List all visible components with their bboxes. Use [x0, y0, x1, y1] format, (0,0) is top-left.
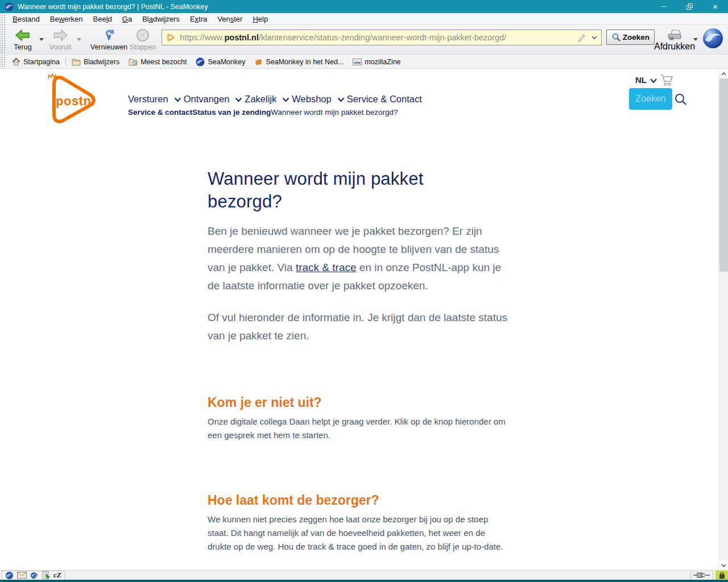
menu-bestand[interactable]: Bestand — [7, 14, 45, 24]
reload-button[interactable]: Vernieuwen — [90, 26, 127, 54]
stop-button[interactable]: Stoppen — [127, 26, 158, 54]
bookmark-startpagina[interactable]: Startpagina — [7, 56, 64, 67]
breadcrumb: Service & contactStatus van je zendingWa… — [128, 108, 398, 117]
folder-icon — [72, 58, 81, 66]
intro-paragraph: Ben je benieuwd wanneer we je pakket bez… — [208, 222, 515, 295]
lizard-icon — [254, 57, 263, 66]
reload-label: Vernieuwen — [90, 43, 127, 51]
minimize-button[interactable] — [651, 0, 677, 13]
seamonkey-app-icon — [5, 2, 14, 11]
language-selector[interactable]: NL — [635, 75, 657, 85]
stop-icon — [135, 28, 150, 43]
lock-icon — [719, 572, 725, 579]
chevron-down-icon — [282, 97, 289, 102]
back-button[interactable]: Terug — [7, 26, 38, 54]
folder-clock-icon — [129, 58, 138, 66]
toolbar-search-button[interactable]: Zoeken — [606, 30, 655, 45]
printer-icon — [666, 28, 683, 41]
mail-icon[interactable] — [17, 572, 27, 579]
restore-button[interactable] — [677, 0, 702, 13]
addressbook-icon[interactable] — [42, 571, 50, 579]
page-search-button[interactable]: Zoeken — [629, 88, 672, 110]
chevron-down-icon — [235, 97, 242, 102]
scroll-up-icon — [721, 72, 726, 76]
postnl-logo[interactable]: postnl — [47, 73, 97, 126]
vertical-scrollbar[interactable] — [718, 69, 728, 570]
site-navigation: Versturen Ontvangen Zakelijk Webshop Ser… — [128, 94, 422, 105]
bookmark-mozillazine[interactable]: zine mozillaZine — [348, 57, 405, 67]
window-titlebar: Wanneer wordt mijn pakket bezorgd? | Pos… — [0, 0, 728, 13]
bookmark-seamonkey-nl[interactable]: SeaMonkey in het Ned... — [250, 56, 348, 67]
postnl-logo-text: postnl — [56, 94, 95, 109]
page-search-icon[interactable] — [674, 93, 688, 106]
scroll-up-button[interactable] — [719, 69, 728, 78]
toolbar-search-label: Zoeken — [623, 33, 650, 41]
nav-service-contact[interactable]: Service & Contact — [347, 94, 422, 105]
forward-button[interactable]: Vooruit — [45, 26, 76, 54]
window-title: Wanneer wordt mijn pakket bezorgd? | Pos… — [18, 3, 208, 11]
menubar-grippy[interactable] — [0, 13, 5, 24]
forward-label: Vooruit — [49, 43, 72, 51]
chatzilla-icon[interactable]: cZ — [53, 571, 61, 580]
site-favicon — [166, 32, 176, 43]
bookmarks-grippy[interactable] — [0, 55, 5, 68]
crown-icon — [47, 73, 57, 80]
bookmarks-toolbar: Startpagina Bladwijzers Meest bezocht Se… — [0, 55, 728, 69]
navigation-toolbar: Terug Vooruit Vernieuwen Stoppen https:/… — [0, 25, 728, 55]
browser-viewport: postnl Versturen Ontvangen Zakelijk Webs… — [0, 69, 728, 570]
nav-zakelijk[interactable]: Zakelijk — [245, 94, 292, 105]
composer-icon[interactable] — [30, 571, 39, 580]
print-button[interactable]: Afdrukken — [657, 26, 692, 54]
breadcrumb-current: Wanneer wordt mijn pakket bezorgd? — [271, 108, 398, 117]
menu-ga[interactable]: Ga — [117, 14, 137, 24]
bookmark-bladwijzers[interactable]: Bladwijzers — [67, 57, 124, 67]
seamonkey-bookmark-icon — [196, 57, 205, 66]
section-heading-bezorger: Hoe laat komt de bezorger? — [208, 493, 379, 508]
security-indicator[interactable] — [715, 571, 728, 580]
navigator-icon[interactable] — [5, 571, 14, 580]
url-bar[interactable]: https://www.postnl.nl/klantenservice/sta… — [162, 30, 601, 45]
breadcrumb-service-contact[interactable]: Service & contact — [128, 108, 192, 117]
bookmark-meest-bezocht[interactable]: Meest bezocht — [124, 57, 191, 67]
back-label: Terug — [14, 43, 31, 51]
chevron-down-icon — [650, 78, 657, 84]
close-button[interactable]: × — [702, 0, 728, 13]
chevron-down-icon — [337, 97, 345, 102]
menu-extra[interactable]: Extra — [185, 14, 212, 24]
page-title: Wanneer wordt mijn pakket bezorgd? — [208, 168, 458, 213]
bookmark-pen-icon[interactable] — [577, 33, 586, 42]
bookmark-seamonkey[interactable]: SeaMonkey — [191, 56, 250, 68]
component-bar: cZ — [2, 571, 65, 580]
cart-icon[interactable] — [659, 73, 674, 87]
back-dropdown-icon[interactable] — [39, 38, 44, 41]
menu-beeld[interactable]: Beeld — [88, 14, 117, 24]
home-icon — [12, 57, 20, 66]
url-history-dropdown-icon[interactable] — [591, 35, 598, 40]
nav-versturen[interactable]: Versturen — [128, 94, 184, 105]
stop-label: Stoppen — [130, 43, 156, 51]
nav-webshop[interactable]: Webshop — [292, 94, 346, 105]
menu-bladwijzers[interactable]: Bladwijzers — [137, 14, 185, 24]
menu-venster[interactable]: Venster — [212, 14, 247, 24]
breadcrumb-status-zending[interactable]: Status van je zending — [192, 108, 271, 117]
print-dropdown-icon[interactable] — [693, 38, 698, 41]
forward-dropdown-icon[interactable] — [77, 38, 81, 41]
menu-help[interactable]: Help — [247, 14, 273, 24]
chevron-down-icon — [174, 97, 181, 102]
section-body-daan: Onze digitale collega Daan helpt je graa… — [208, 415, 510, 442]
menu-bewerken[interactable]: Bewerken — [45, 14, 88, 24]
window-controls: × — [651, 0, 728, 13]
scrollbar-thumb[interactable] — [719, 78, 728, 272]
print-label: Afdrukken — [654, 41, 695, 52]
status-bar: cZ — [0, 570, 728, 580]
scroll-down-button[interactable] — [719, 560, 728, 570]
section-body-bezorger: We kunnen niet precies zeggen hoe laat o… — [208, 513, 510, 554]
toolbar-grippy[interactable] — [0, 25, 5, 54]
url-text: https://www.postnl.nl/klantenservice/sta… — [180, 33, 577, 42]
nav-ontvangen[interactable]: Ontvangen — [184, 94, 245, 105]
seamonkey-logo[interactable] — [702, 28, 723, 49]
bookmarks-separator — [65, 57, 66, 66]
search-magnifier-icon — [611, 32, 621, 42]
restore-icon — [686, 3, 693, 10]
track-trace-link[interactable]: track & trace — [296, 261, 357, 273]
